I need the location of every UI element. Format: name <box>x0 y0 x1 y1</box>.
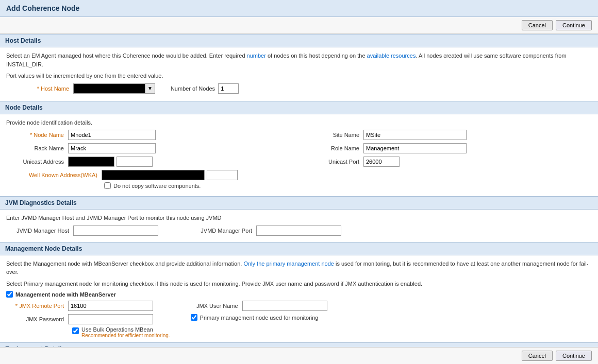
num-nodes-label: Number of Nodes <box>171 85 215 92</box>
top-cancel-button[interactable]: Cancel <box>522 20 553 30</box>
bottom-continue-button[interactable]: Continue <box>556 351 592 361</box>
jvmd-host-label: JVMD Manager Host <box>6 228 73 234</box>
unicast-address-row: Unicast Address <box>6 157 296 167</box>
jvmd-port-group: JVMD Manager Port <box>189 226 341 236</box>
rack-name-row: Rack Name <box>6 143 296 153</box>
node-details-header: Node Details <box>0 101 598 114</box>
wka-input-black <box>102 170 205 180</box>
node-name-row: * Node Name <box>6 130 296 140</box>
node-name-input[interactable] <box>68 130 156 140</box>
primary-mgmt-link: Only the primary management node <box>243 261 334 267</box>
jvmd-host-input[interactable] <box>73 226 158 236</box>
host-details-body: Select an EM Agent managed host where th… <box>0 47 598 101</box>
unicast-port-input[interactable] <box>363 157 400 167</box>
mgmt-node-checkbox[interactable] <box>6 291 13 298</box>
unicast-port-row: Unicast Port <box>302 157 592 167</box>
host-details-title: Host Details <box>5 37 41 44</box>
num-nodes-input[interactable] <box>218 83 239 94</box>
rack-name-input[interactable] <box>68 143 156 153</box>
do-not-copy-checkbox[interactable] <box>104 182 111 189</box>
site-name-row: Site Name <box>302 130 592 140</box>
rack-name-label: Rack Name <box>6 145 68 151</box>
page-header: Add Coherence Node <box>0 0 598 17</box>
jmx-remote-port-label: * JMX Remote Port <box>6 303 68 309</box>
node-left-col: * Node Name Rack Name Unicast Address <box>6 130 296 170</box>
site-name-input[interactable] <box>363 130 467 140</box>
jvm-details-header: JVM Diagnostics Details <box>0 196 598 210</box>
primary-mon-checkbox[interactable] <box>191 314 197 321</box>
jmx-password-input[interactable] <box>68 314 153 324</box>
host-name-input[interactable] <box>73 83 145 94</box>
mgmt-right-col: JMX User Name Primary management node us… <box>186 301 327 338</box>
host-details-header: Host Details <box>0 34 598 47</box>
jvmd-port-input[interactable] <box>256 226 341 236</box>
jmx-remote-port-row: * JMX Remote Port <box>6 301 170 311</box>
jmx-remote-port-input[interactable] <box>68 301 153 311</box>
host-details-desc: Select an EM Agent managed host where th… <box>6 51 592 68</box>
host-name-label: * Host Name <box>6 85 73 92</box>
wka-input2[interactable] <box>207 170 238 180</box>
jmx-user-name-row: JMX User Name <box>186 301 327 311</box>
node-details-desc: Provide node identification details. <box>6 118 592 127</box>
host-name-row: * Host Name ▼ Number of Nodes <box>6 83 592 94</box>
primary-mon-row: Primary management node used for monitor… <box>191 314 327 321</box>
host-details-desc2: Port values will be incremented by one f… <box>6 72 592 80</box>
unicast-address-input[interactable] <box>68 157 114 167</box>
bottom-action-bar: Cancel Continue <box>0 347 598 364</box>
bottom-cancel-button[interactable]: Cancel <box>522 351 553 361</box>
page-title: Add Coherence Node <box>6 4 79 12</box>
node-details-title: Node Details <box>5 104 43 111</box>
mgmt-left-col: * JMX Remote Port JMX Password Use Bulk … <box>6 301 170 338</box>
mgmt-form-cols: * JMX Remote Port JMX Password Use Bulk … <box>6 301 592 338</box>
do-not-copy-label: Do not copy software components. <box>113 183 201 189</box>
available-link: available resources <box>367 53 416 59</box>
content-area: Host Details Select an EM Agent managed … <box>0 34 598 351</box>
mgmt-node-checkbox-row: Management node with MBeanServer <box>6 291 592 298</box>
jvm-details-body: Enter JVMD Manager Host and JVMD Manager… <box>0 210 598 242</box>
jmx-password-label: JMX Password <box>6 316 68 322</box>
jvmd-row: JVMD Manager Host JVMD Manager Port <box>6 226 592 236</box>
unicast-port-label: Unicast Port <box>302 159 363 165</box>
role-name-input[interactable] <box>363 143 467 153</box>
mgmt-details-title: Management Node Details <box>5 245 82 252</box>
jmx-user-name-input[interactable] <box>242 301 327 311</box>
wka-label: Well Known Address(WKA) <box>6 172 102 178</box>
node-details-body: Provide node identification details. * N… <box>0 114 598 197</box>
bulk-ops-checkbox[interactable] <box>72 327 79 334</box>
node-details-form: * Node Name Rack Name Unicast Address <box>6 130 592 170</box>
jvm-details-title: JVM Diagnostics Details <box>5 199 77 206</box>
role-name-row: Role Name <box>302 143 592 153</box>
top-action-bar: Cancel Continue <box>0 17 598 34</box>
host-name-dropdown[interactable]: ▼ <box>145 83 155 94</box>
bulk-ops-text-container: Use Bulk Operations MBean Recommended fo… <box>81 326 170 338</box>
number-link: number <box>247 53 266 59</box>
role-name-label: Role Name <box>302 145 363 151</box>
mgmt-desc1: Select the Management node with MBeanSer… <box>6 259 592 276</box>
do-not-copy-row: Do not copy software components. <box>104 182 592 189</box>
jvmd-host-group: JVMD Manager Host <box>6 226 158 236</box>
mgmt-details-body: Select the Management node with MBeanSer… <box>0 255 598 343</box>
mgmt-desc2: Select Primary management node for monit… <box>6 280 592 288</box>
primary-mon-label: Primary management node used for monitor… <box>200 315 319 321</box>
unicast-address-input2[interactable] <box>117 157 153 167</box>
site-name-label: Site Name <box>302 132 363 138</box>
top-continue-button[interactable]: Continue <box>556 20 592 30</box>
node-right-col: Site Name Role Name Unicast Port <box>302 130 592 170</box>
mgmt-node-label: Management node with MBeanServer <box>15 291 116 298</box>
bulk-ops-rec: Recommended for efficient monitoring. <box>81 333 170 338</box>
jmx-password-row: JMX Password <box>6 314 170 324</box>
jvmd-port-label: JVMD Manager Port <box>189 228 256 234</box>
wka-row: Well Known Address(WKA) <box>6 170 592 180</box>
bulk-ops-label: Use Bulk Operations MBean <box>81 326 170 333</box>
node-name-label: * Node Name <box>6 132 68 138</box>
jvm-details-desc: Enter JVMD Manager Host and JVMD Manager… <box>6 214 592 222</box>
bulk-ops-row: Use Bulk Operations MBean Recommended fo… <box>72 326 170 338</box>
mgmt-details-header: Management Node Details <box>0 242 598 255</box>
unicast-address-label: Unicast Address <box>6 159 68 165</box>
jmx-user-name-label: JMX User Name <box>186 303 242 309</box>
